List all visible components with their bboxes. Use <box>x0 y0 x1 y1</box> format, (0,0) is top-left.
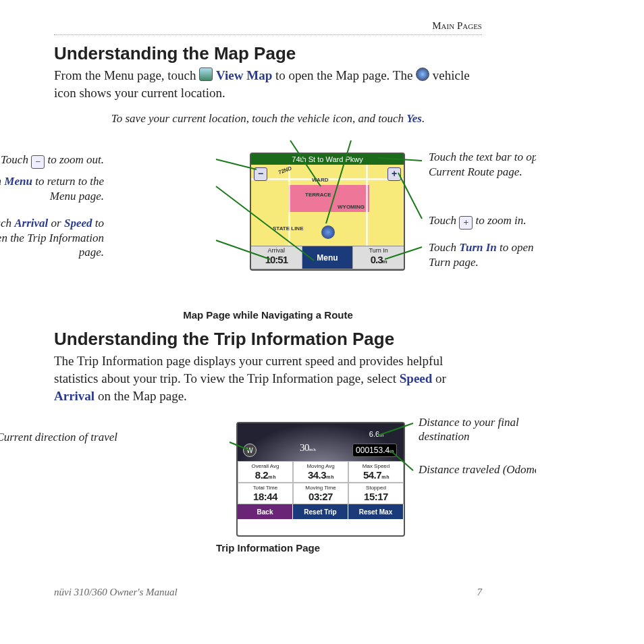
save-location-note: To save your current location, touch the… <box>54 112 482 126</box>
plus-icon: + <box>459 216 473 230</box>
callout-dist-final: Distance to your final destination <box>419 415 536 444</box>
trip-device-mock: W 30m h 6.6m 000153.4m Overall Avg8.2m h… <box>236 422 405 537</box>
distance-remaining: 6.6m <box>369 430 383 438</box>
stat-stopped: Stopped15:17 <box>348 483 404 504</box>
gauge-panel: W 30m h 6.6m 000153.4m <box>238 423 404 461</box>
manual-title: nüvi 310/360 Owner's Manual <box>54 587 178 598</box>
heading-map-page: Understanding the Map Page <box>54 43 482 64</box>
menu-button[interactable]: Menu <box>302 246 354 269</box>
zoom-out-button[interactable]: − <box>254 167 267 181</box>
vehicle-icon <box>416 68 429 81</box>
stat-max-speed: Max Speed54.7m h <box>348 461 404 483</box>
turn-in-button[interactable]: Turn In 0.3m <box>353 246 404 269</box>
callout-zoom-in: Touch + to zoom in. <box>429 213 536 230</box>
arrival-button[interactable]: Arrival 10:51 <box>251 246 302 269</box>
speed-value: 30m h <box>300 442 315 454</box>
trip-intro-paragraph: The Trip Information page displays your … <box>54 352 482 404</box>
map-figure-caption: Map Page while Navigating a Route <box>54 309 482 321</box>
view-map-term: View Map <box>216 68 272 82</box>
reset-max-button[interactable]: Reset Max <box>348 504 404 519</box>
stats-grid: Overall Avg8.2m h Moving Avg34.3m h Max … <box>238 461 404 504</box>
callout-trip-info: Touch Arrival or Speed to open the Trip … <box>0 216 104 259</box>
callout-odometer: Distance traveled (Odometer) <box>419 462 536 477</box>
reset-trip-button[interactable]: Reset Trip <box>293 504 348 519</box>
callout-turn-in: Touch Turn In to open the Next Turn page… <box>429 240 536 269</box>
view-map-icon <box>199 68 213 81</box>
map-canvas[interactable]: − + WARD TERRACE WYOMING STATE LINE 72ND <box>251 165 404 246</box>
stat-moving-avg: Moving Avg34.3m h <box>293 461 348 483</box>
trip-diagram: Current direction of travel Distance to … <box>54 415 482 570</box>
stat-moving-time: Moving Time03:27 <box>293 483 348 504</box>
back-button[interactable]: Back <box>238 504 293 519</box>
map-title-bar[interactable]: 74th St to Ward Pkwy <box>251 154 404 165</box>
map-device-mock: 74th St to Ward Pkwy − + WARD TERRACE WY… <box>250 153 405 271</box>
odometer-value: 000153.4m <box>352 444 397 457</box>
callout-text-bar: Touch the text bar to open the Current R… <box>429 150 536 179</box>
page-footer: nüvi 310/360 Owner's Manual 7 <box>54 587 482 598</box>
page-number: 7 <box>477 587 483 598</box>
section-header: Main Pages <box>54 20 482 35</box>
minus-icon: − <box>31 155 45 169</box>
heading-trip-page: Understanding the Trip Information Page <box>54 329 482 350</box>
zoom-in-button[interactable]: + <box>387 167 401 181</box>
compass-indicator: W <box>243 444 257 457</box>
callout-menu: Touch Menu to return to the Menu page. <box>0 174 104 203</box>
map-intro-paragraph: From the Menu page, touch View Map to op… <box>54 67 482 101</box>
callout-zoom-out: Touch − to zoom out. <box>0 153 104 169</box>
vehicle-marker[interactable] <box>321 225 335 239</box>
trip-figure-caption: Trip Information Page <box>54 542 482 554</box>
stat-overall-avg: Overall Avg8.2m h <box>238 461 293 483</box>
stat-total-time: Total Time18:44 <box>238 483 293 504</box>
map-diagram: To save your current location, touch the… <box>54 112 482 308</box>
callout-direction: Current direction of travel <box>0 430 117 444</box>
